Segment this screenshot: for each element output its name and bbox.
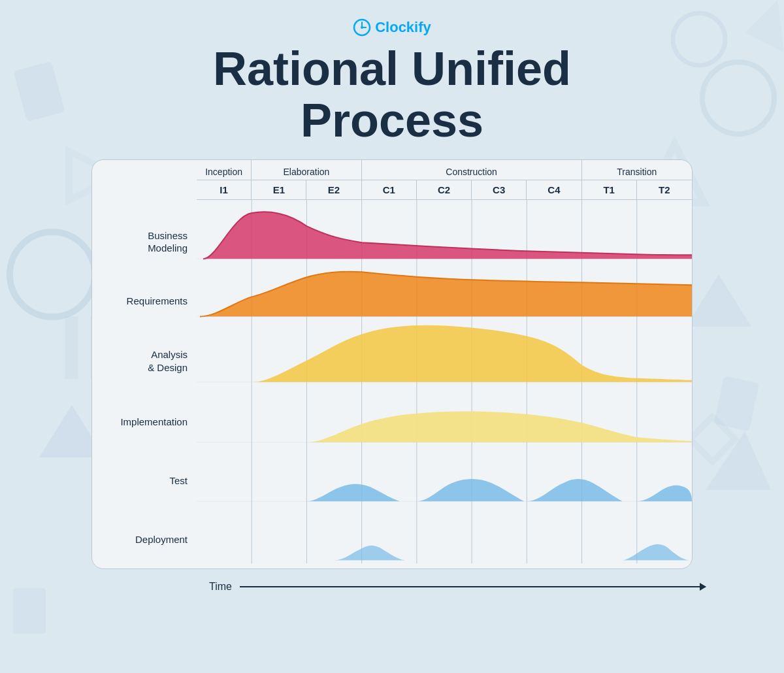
label-deployment: Deployment (92, 510, 197, 568)
svg-text:◇: ◇ (685, 398, 740, 471)
curve-test-3 (527, 479, 622, 501)
svg-rect-6 (714, 376, 759, 431)
svg-point-1 (702, 62, 774, 134)
iter-c2: C2 (417, 180, 472, 199)
iteration-headers: I1 E1 E2 C1 C2 C3 C4 T1 T2 (197, 180, 692, 200)
iter-e2: E2 (306, 180, 361, 199)
label-requirements: Requirements (92, 271, 197, 330)
time-label: Time (209, 581, 232, 593)
curve-implementation (306, 412, 692, 442)
curve-deployment-1 (335, 546, 405, 561)
iter-c1: C1 (362, 180, 417, 199)
curve-analysis-design (252, 325, 692, 382)
phase-elaboration: Elaboration (252, 160, 361, 180)
label-analysis-design: Analysis& Design (92, 330, 197, 392)
svg-marker-12 (745, 0, 784, 52)
time-axis: Time (209, 581, 706, 593)
page-header: Clockify Rational Unified Process (213, 18, 571, 159)
iter-t1: T1 (582, 180, 637, 199)
curve-test-2 (417, 479, 524, 501)
iter-i1: I1 (197, 180, 252, 199)
label-test: Test (92, 451, 197, 510)
phase-transition: Transition (582, 160, 692, 180)
time-arrow (240, 586, 706, 587)
chart-area: Inception Elaboration Construction Trans… (197, 160, 692, 568)
label-business-modeling: BusinessModeling (92, 212, 197, 271)
iter-t2: T2 (637, 180, 692, 199)
phase-headers: Inception Elaboration Construction Trans… (197, 160, 692, 180)
svg-marker-3 (686, 274, 751, 327)
svg-point-0 (10, 232, 95, 317)
phase-inception: Inception (197, 160, 252, 180)
logo: Clockify (353, 18, 431, 37)
main-title: Rational Unified Process (213, 43, 571, 159)
svg-point-17 (361, 26, 363, 29)
phase-construction: Construction (362, 160, 582, 180)
iter-c4: C4 (527, 180, 581, 199)
svg-rect-13 (13, 588, 46, 634)
iter-e1: E1 (252, 180, 306, 199)
curve-business-modeling (203, 212, 692, 259)
curve-test-1 (306, 484, 399, 502)
svg-marker-4 (706, 431, 771, 490)
label-implementation: Implementation (92, 392, 197, 451)
curve-deployment-2 (621, 544, 689, 561)
svg-point-11 (673, 13, 725, 65)
logo-text: Clockify (375, 19, 431, 36)
discipline-labels: BusinessModeling Requirements Analysis& … (92, 160, 197, 568)
logo-icon (353, 18, 371, 37)
svg-rect-5 (14, 61, 65, 122)
curve-test-4 (637, 485, 692, 502)
discipline-curves (197, 200, 692, 563)
iter-c3: C3 (472, 180, 527, 199)
rup-chart: BusinessModeling Requirements Analysis& … (91, 159, 693, 569)
